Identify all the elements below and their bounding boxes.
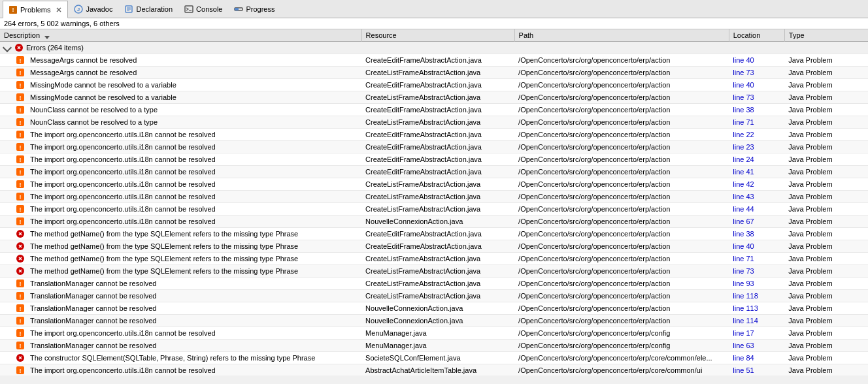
location-link[interactable]: line 22 xyxy=(733,131,754,138)
table-row[interactable]: !The import org.openconcerto.utils.i18n … xyxy=(0,129,868,141)
desc-cell: !NounClass cannot be resolved to a type xyxy=(0,116,361,129)
location-link[interactable]: line 113 xyxy=(733,304,758,312)
location-link[interactable]: line 51 xyxy=(733,366,754,374)
location-cell: line 71 xyxy=(729,116,784,129)
location-link[interactable]: line 71 xyxy=(733,118,754,126)
table-row[interactable]: The method getName() from the type SQLEl… xyxy=(0,228,868,240)
desc-cell: !TranslationManager cannot be resolved xyxy=(0,302,361,315)
desc-cell: The method getName() from the type SQLEl… xyxy=(0,228,361,240)
desc-cell: The method getName() from the type SQLEl… xyxy=(0,240,361,253)
desc-cell: !The import org.openconcerto.utils.i18n … xyxy=(0,178,361,191)
table-row[interactable]: !MessageArgs cannot be resolvedCreateLis… xyxy=(0,67,868,79)
location-cell: line 93 xyxy=(729,278,784,290)
table-row[interactable]: !TranslationManager cannot be resolvedNo… xyxy=(0,302,868,315)
type-cell: Java Problem xyxy=(784,265,868,278)
location-link[interactable]: line 40 xyxy=(733,56,754,64)
tab-console[interactable]: Console xyxy=(178,0,228,18)
location-link[interactable]: line 73 xyxy=(733,267,754,275)
table-row[interactable]: !The import org.openconcerto.utils.i18n … xyxy=(0,191,868,203)
table-row[interactable]: !MessageArgs cannot be resolvedCreateEdi… xyxy=(0,54,868,67)
table-row[interactable]: !TranslationManager cannot be resolvedCr… xyxy=(0,290,868,302)
location-link[interactable]: line 118 xyxy=(733,292,758,300)
location-link[interactable]: line 42 xyxy=(733,180,754,188)
location-link[interactable]: line 40 xyxy=(733,81,754,89)
col-header-resource[interactable]: Resource xyxy=(361,29,514,42)
error-orange-icon: ! xyxy=(16,167,25,176)
location-link[interactable]: line 67 xyxy=(733,217,754,225)
location-link[interactable]: line 41 xyxy=(733,168,754,176)
tab-declaration[interactable]: Declaration xyxy=(118,0,178,18)
location-link[interactable]: line 71 xyxy=(733,255,754,263)
location-link[interactable]: line 17 xyxy=(733,329,754,337)
col-header-location[interactable]: Location xyxy=(729,29,784,42)
group-row[interactable]: Errors (264 items) xyxy=(0,42,868,54)
group-label-cell[interactable]: Errors (264 items) xyxy=(0,42,868,54)
table-row[interactable]: !TranslationManager cannot be resolvedCr… xyxy=(0,278,868,290)
location-link[interactable]: line 63 xyxy=(733,342,754,349)
svg-text:!: ! xyxy=(20,281,22,287)
location-link[interactable]: line 114 xyxy=(733,317,758,325)
svg-text:!: ! xyxy=(12,7,14,13)
tab-declaration-label: Declaration xyxy=(136,5,173,13)
table-row[interactable]: The method getName() from the type SQLEl… xyxy=(0,253,868,265)
table-row[interactable]: !NounClass cannot be resolved to a typeC… xyxy=(0,104,868,116)
desc-text: MissingMode cannot be resolved to a vari… xyxy=(30,81,176,89)
resource-cell: SocieteSQLConfElement.java xyxy=(361,352,514,364)
table-row[interactable]: The method getName() from the type SQLEl… xyxy=(0,265,868,278)
location-link[interactable]: line 84 xyxy=(733,354,754,362)
error-orange-icon: ! xyxy=(16,316,25,325)
path-cell: /OpenConcerto/src/org/openconcerto/erp/a… xyxy=(514,79,729,91)
table-row[interactable]: !The import org.openconcerto.utils.i18n … xyxy=(0,153,868,166)
table-row[interactable]: !NounClass cannot be resolved to a typeC… xyxy=(0,116,868,129)
desc-text: MessageArgs cannot be resolved xyxy=(30,69,137,76)
tab-problems[interactable]: ! Problems xyxy=(3,1,68,18)
table-row[interactable]: !The import org.openconcerto.utils.i18n … xyxy=(0,327,868,340)
tab-progress[interactable]: Progress xyxy=(228,0,280,18)
table-row[interactable]: !The import org.openconcerto.utils.i18n … xyxy=(0,203,868,216)
col-header-path[interactable]: Path xyxy=(514,29,729,42)
desc-text: NounClass cannot be resolved to a type xyxy=(30,106,158,114)
table-row[interactable]: !The import org.openconcerto.utils.i18n … xyxy=(0,178,868,191)
table-row[interactable]: The method getName() from the type SQLEl… xyxy=(0,240,868,253)
table-row[interactable]: !MissingMode cannot be resolved to a var… xyxy=(0,91,868,104)
location-link[interactable]: line 43 xyxy=(733,193,754,200)
desc-text: TranslationManager cannot be resolved xyxy=(30,304,156,312)
error-orange-icon: ! xyxy=(16,93,25,102)
type-cell: Java Problem xyxy=(784,67,868,79)
path-cell: /OpenConcerto/src/org/openconcerto/erp/a… xyxy=(514,253,729,265)
col-header-description[interactable]: Description xyxy=(0,29,361,42)
location-link[interactable]: line 93 xyxy=(733,280,754,287)
table-row[interactable]: !TranslationManager cannot be resolvedNo… xyxy=(0,315,868,327)
table-row[interactable]: !TranslationManager cannot be resolvedMe… xyxy=(0,340,868,352)
close-icon[interactable] xyxy=(56,7,62,13)
location-link[interactable]: line 40 xyxy=(733,242,754,250)
location-link[interactable]: line 38 xyxy=(733,106,754,114)
resource-cell: CreateListFrameAbstractAction.java xyxy=(361,116,514,129)
location-link[interactable]: line 44 xyxy=(733,205,754,213)
tab-javadoc[interactable]: J Javadoc xyxy=(68,0,118,18)
table-row[interactable]: The constructor SQLElement(SQLTable, Phr… xyxy=(0,352,868,364)
location-link[interactable]: line 73 xyxy=(733,69,754,76)
table-row[interactable]: !The import org.openconcerto.utils.i18n … xyxy=(0,364,868,376)
error-orange-icon: ! xyxy=(16,68,25,77)
location-link[interactable]: line 38 xyxy=(733,230,754,238)
error-orange-icon: ! xyxy=(16,155,25,164)
path-cell: /OpenConcerto/src/org/openconcerto/erp/a… xyxy=(514,54,729,67)
type-cell: Java Problem xyxy=(784,141,868,153)
error-red-icon xyxy=(16,242,25,251)
table-row[interactable]: !The import org.openconcerto.utils.i18n … xyxy=(0,166,868,178)
location-link[interactable]: line 73 xyxy=(733,93,754,101)
col-header-type[interactable]: Type xyxy=(784,29,868,42)
location-link[interactable]: line 24 xyxy=(733,155,754,163)
desc-text: TranslationManager cannot be resolved xyxy=(30,317,156,325)
table-header-row: Description Resource Path Location Type xyxy=(0,29,868,42)
path-cell: /OpenConcerto/src/org/openconcerto/erp/a… xyxy=(514,278,729,290)
table-row[interactable]: !The import org.openconcerto.utils.i18n … xyxy=(0,141,868,153)
location-link[interactable]: line 23 xyxy=(733,143,754,151)
svg-text:!: ! xyxy=(20,107,22,114)
desc-text: The import org.openconcerto.utils.i18n c… xyxy=(30,131,216,138)
table-row[interactable]: !The import org.openconcerto.utils.i18n … xyxy=(0,216,868,228)
desc-cell: !The import org.openconcerto.utils.i18n … xyxy=(0,191,361,203)
table-row[interactable]: !MissingMode cannot be resolved to a var… xyxy=(0,79,868,91)
type-cell: Java Problem xyxy=(784,104,868,116)
